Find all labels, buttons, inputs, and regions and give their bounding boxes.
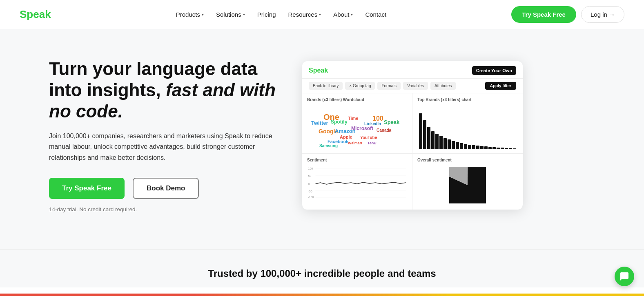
nav-label-contact: Contact — [365, 11, 386, 18]
dash-panel-barchart: Top Brands (x3 filters) chart — [412, 93, 523, 154]
nav-login-button[interactable]: Log in → — [581, 6, 624, 23]
word-cloud-word: Time — [348, 116, 358, 121]
navbar: Speak Products ▾ Solutions ▾ Pricing Res… — [0, 0, 644, 29]
nav-item-solutions[interactable]: Solutions ▾ — [211, 8, 250, 21]
brand-logo[interactable]: Speak — [20, 8, 51, 21]
filter-chip-formats[interactable]: Formats — [377, 82, 401, 90]
nav-links: Products ▾ Solutions ▾ Pricing Resources… — [171, 8, 391, 21]
chat-bubble[interactable] — [615, 267, 634, 286]
dashboard-preview: Speak Create Your Own Back to library × … — [302, 61, 523, 210]
pie-container — [417, 165, 518, 205]
nav-try-free-button[interactable]: Try Speak Free — [511, 6, 576, 23]
chevron-down-icon: ▾ — [319, 12, 321, 17]
svg-text:0: 0 — [308, 183, 310, 186]
bar-chart-bar — [492, 147, 496, 150]
bar-chart-bar — [456, 142, 459, 149]
dash-panel-title-sentiment: Sentiment — [307, 158, 407, 162]
bar-chart-bar — [472, 145, 475, 149]
dash-logo: Speak — [309, 67, 328, 74]
bar-chart-bar — [464, 144, 467, 149]
bar-chart-bar — [488, 147, 492, 150]
hero-trial-note: 14-day trial. No credit card required. — [49, 206, 278, 212]
hero-title: Turn your language data into insights, f… — [49, 58, 278, 122]
nav-label-products: Products — [176, 11, 200, 18]
word-cloud-word: YouTube — [360, 135, 377, 140]
filter-chip-variables[interactable]: Variables — [403, 82, 428, 90]
bar-chart-bar — [435, 134, 439, 150]
chevron-down-icon: ▾ — [351, 12, 353, 17]
bar-chart-bar — [460, 143, 463, 149]
dash-panel-linechart: Sentiment 100 50 0 -50 -100 — [302, 154, 412, 210]
hero-try-free-button[interactable]: Try Speak Free — [49, 178, 125, 199]
dash-panel-wordcloud: Brands (x3 filters) Wordcloud OneTwitter… — [302, 93, 412, 154]
nav-label-about: About — [333, 11, 349, 18]
svg-text:50: 50 — [308, 175, 312, 177]
dash-grid: Brands (x3 filters) Wordcloud OneTwitter… — [302, 93, 523, 210]
line-chart: 100 50 0 -50 -100 — [307, 165, 407, 201]
chevron-down-icon: ▾ — [243, 12, 245, 17]
sentiment-svg: 100 50 0 -50 -100 — [307, 165, 407, 199]
chat-icon — [619, 272, 629, 281]
bar-chart-bar — [427, 127, 430, 149]
filter-chip-all[interactable]: Back to library — [309, 82, 343, 90]
bar-chart-bar — [509, 148, 512, 149]
dash-panel-title-wordcloud: Brands (x3 filters) Wordcloud — [307, 97, 407, 102]
nav-label-resources: Resources — [288, 11, 318, 18]
nav-item-products[interactable]: Products ▾ — [171, 8, 209, 21]
bar-chart-bar — [476, 146, 479, 149]
nav-item-pricing[interactable]: Pricing — [252, 8, 281, 21]
filter-chip-attributes[interactable]: Attributes — [430, 82, 456, 90]
pie-chart-svg — [449, 167, 486, 203]
dash-panel-title-barchart: Top Brands (x3 filters) chart — [417, 97, 518, 102]
nav-item-contact[interactable]: Contact — [360, 8, 391, 21]
nav-label-pricing: Pricing — [257, 11, 276, 18]
hero-subtitle: Join 100,000+ companies, researchers and… — [49, 131, 278, 163]
filter-chip-group[interactable]: × Group tag — [345, 82, 375, 90]
dash-panel-title-overall: Overall sentiment — [417, 158, 518, 162]
bar-chart-bar — [431, 131, 435, 149]
nav-label-solutions: Solutions — [216, 11, 241, 18]
dash-apply-button[interactable]: Apply filter — [485, 82, 516, 90]
dash-panel-piechart: Overall sentiment — [412, 154, 523, 210]
word-cloud-word: Walmart — [348, 141, 362, 145]
bar-chart-bar — [448, 139, 451, 149]
bar-chart-bar — [452, 141, 455, 149]
bar-chart-bar — [439, 136, 443, 149]
word-cloud-word: Canada — [377, 128, 391, 133]
hero-text: Turn your language data into insights, f… — [49, 58, 278, 212]
word-cloud-word: Spotify — [331, 119, 348, 125]
word-cloud-word: Twitter — [311, 120, 328, 126]
bar-chart-bar — [501, 148, 504, 149]
dash-create-button[interactable]: Create Your Own — [472, 66, 516, 75]
bar-chart-bar — [497, 148, 500, 149]
bar-chart-bar — [484, 146, 488, 149]
word-cloud-word: Samsung — [319, 144, 338, 148]
word-cloud-word: TenU — [368, 141, 377, 145]
word-cloud-word: 100 — [372, 115, 383, 122]
chevron-down-icon: ▾ — [202, 12, 204, 17]
hero-book-demo-button[interactable]: Book Demo — [133, 178, 199, 199]
dash-header: Speak Create Your Own — [302, 61, 523, 79]
dashboard-card: Speak Create Your Own Back to library × … — [302, 61, 523, 210]
bar-chart-bar — [419, 113, 422, 149]
bar-chart-bar — [423, 120, 426, 150]
bar-chart — [417, 104, 518, 149]
nav-item-resources[interactable]: Resources ▾ — [283, 8, 326, 21]
word-cloud: OneTwitterSpotifyTimeGoogleAmazonMicroso… — [307, 104, 407, 149]
bar-chart-bar — [505, 148, 508, 149]
svg-text:-50: -50 — [308, 190, 312, 193]
hero-buttons: Try Speak Free Book Demo — [49, 178, 278, 199]
word-cloud-word: Microsoft — [351, 126, 373, 131]
bar-chart-bar — [443, 138, 447, 150]
bar-chart-bar — [468, 145, 471, 149]
bar-chart-bar — [480, 146, 484, 149]
trusted-title: Trusted by 100,000+ incredible people an… — [20, 268, 624, 279]
svg-text:-100: -100 — [308, 196, 314, 199]
trusted-section: Trusted by 100,000+ incredible people an… — [0, 250, 644, 287]
svg-text:100: 100 — [308, 167, 313, 170]
dash-filters: Back to library × Group tag Formats Vari… — [302, 79, 523, 93]
hero-section: Turn your language data into insights, f… — [0, 29, 644, 250]
nav-item-about[interactable]: About ▾ — [328, 8, 358, 21]
nav-actions: Try Speak Free Log in → — [511, 6, 624, 23]
svg-point-11 — [453, 170, 482, 200]
